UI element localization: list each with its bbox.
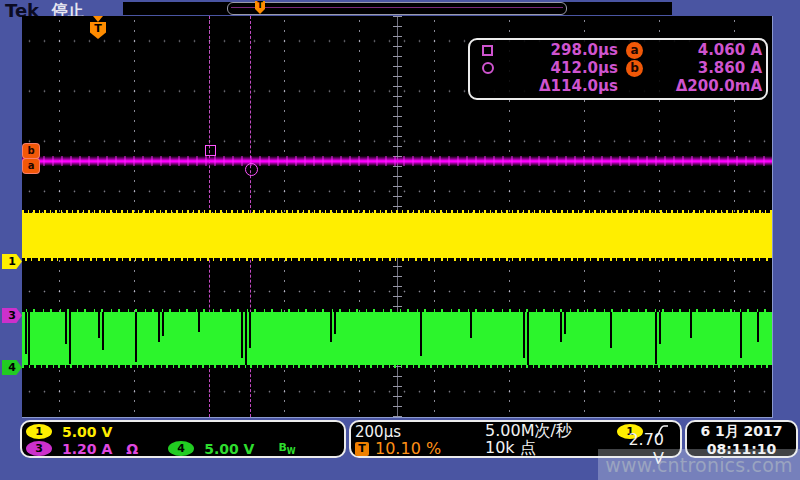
bw-w: W	[287, 447, 296, 456]
ch3-coupling: Ω	[126, 441, 138, 457]
ch3-ch4-readout-row: 3 1.20 A Ω 4 5.00 V BW	[26, 440, 340, 457]
ch4-position-marker: 4	[2, 360, 22, 375]
cursor-a-square-icon	[205, 145, 216, 156]
trigger-arrow-icon	[93, 16, 103, 22]
cursor-b-symbol-icon	[482, 62, 494, 74]
ch3-badge: 3	[26, 441, 52, 456]
ch1-position-marker: 1	[2, 254, 22, 269]
cursor-b-value: 3.860 A	[650, 59, 762, 77]
ch4-bandwidth-icon: BW	[278, 441, 295, 456]
channel-readout-panel: 1 5.00 V 3 1.20 A Ω 4 5.00 V BW	[20, 420, 346, 458]
ch1-readout-row: 1 5.00 V	[26, 423, 340, 440]
ch1-badge: 1	[26, 424, 52, 439]
ch4-badge: 4	[168, 441, 194, 456]
cursor-delta-time: Δ114.0µs	[504, 77, 618, 95]
cursor-a-edge-label: a	[22, 158, 40, 174]
green-glitches	[22, 312, 772, 365]
date: 6 1月 2017	[691, 423, 792, 440]
cursor-a-time: 298.0µs	[504, 41, 618, 59]
cursor-b-badge: b	[626, 60, 643, 77]
cursor-readout-panel: 298.0µs a 4.060 A 412.0µs b 3.860 A Δ114…	[468, 38, 768, 100]
cursor-a-value: 4.060 A	[650, 41, 762, 59]
ch4-band-bottom-noise	[22, 365, 772, 368]
cursor-b-time: 412.0µs	[504, 59, 618, 77]
trigger-t-badge: T	[355, 442, 369, 456]
waveform-display: T b a 298.0µs a 4.060 A 412.0µs b 3.860 …	[22, 16, 773, 418]
cursor-b-edge-label: b	[22, 143, 40, 159]
record-length: 10k 点	[485, 438, 613, 459]
watermark: www.cntronics.com	[598, 449, 800, 480]
cursor-delta-value: Δ200.0mA	[650, 77, 762, 95]
ch3-scale: 1.20 A	[62, 441, 112, 457]
oscilloscope-screen: Tek 停止 T T b a 298.0µs a 4.060 A	[0, 0, 800, 480]
trigger-position: 10.10 %	[375, 439, 441, 458]
ch4-scale: 5.00 V	[204, 441, 254, 457]
trigger-t-icon: T	[90, 22, 106, 39]
cursor-a-symbol-icon	[482, 45, 493, 56]
record-view-bar: T	[123, 2, 672, 15]
cursor-a-badge: a	[626, 42, 643, 59]
trigger-position-flag: T	[90, 16, 106, 39]
ch3-current-trace	[22, 156, 772, 166]
ch1-trace-band	[22, 213, 772, 258]
ch1-scale: 5.00 V	[62, 424, 112, 440]
bw-b: B	[278, 441, 286, 454]
ch3-position-marker: 3	[2, 308, 22, 323]
record-view-window	[227, 2, 567, 15]
timebase: 200µs	[355, 423, 485, 441]
cursor-b-circle-icon	[245, 163, 258, 176]
